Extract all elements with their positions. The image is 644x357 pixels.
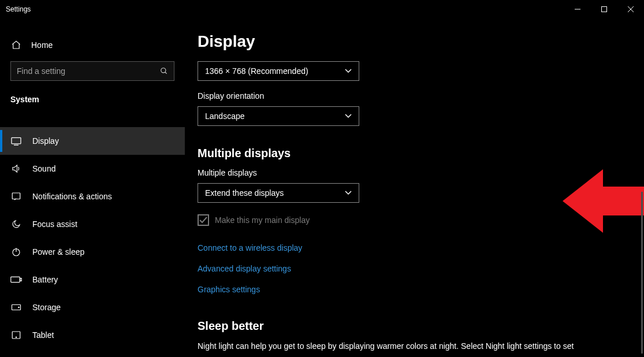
sidebar-nav: Display Sound Notifications & actions Fo…: [0, 127, 185, 357]
sidebar-item-tablet[interactable]: Tablet: [0, 321, 185, 349]
tablet-icon: [10, 329, 22, 341]
multiple-displays-heading: Multiple displays: [198, 147, 644, 160]
display-icon: [10, 135, 22, 147]
scrollbar[interactable]: [641, 192, 643, 354]
sleep-better-desc: Night light can help you get to sleep by…: [198, 341, 613, 352]
checkbox-icon: [198, 214, 209, 226]
search-icon: [160, 67, 168, 75]
sidebar-item-focus-assist[interactable]: Focus assist: [0, 210, 185, 238]
sidebar-item-label: Battery: [32, 275, 58, 284]
minimize-button[interactable]: [564, 0, 591, 18]
orientation-dropdown[interactable]: Landscape: [198, 106, 359, 126]
sidebar-item-notifications[interactable]: Notifications & actions: [0, 183, 185, 210]
svg-rect-6: [12, 137, 21, 143]
sidebar-item-label: Tablet: [32, 330, 54, 340]
sleep-better-heading: Sleep better: [198, 319, 644, 333]
minimize-icon: [575, 6, 580, 12]
sidebar-item-label: Power & sleep: [32, 247, 84, 256]
sidebar: Home System Display Sound: [0, 18, 185, 357]
svg-marker-20: [563, 169, 644, 233]
sidebar-item-label: Notifications & actions: [32, 192, 112, 201]
close-button[interactable]: [617, 0, 644, 18]
svg-point-14: [18, 307, 20, 308]
power-icon: [10, 246, 22, 258]
link-graphics-settings[interactable]: Graphics settings: [198, 285, 644, 294]
battery-icon: [10, 274, 22, 285]
svg-line-5: [165, 72, 167, 74]
sidebar-item-label: Sound: [32, 164, 55, 173]
page-title: Display: [198, 32, 644, 51]
svg-rect-1: [602, 7, 607, 12]
sidebar-item-multitasking[interactable]: Multitasking: [0, 349, 185, 357]
chevron-down-icon: [345, 69, 352, 73]
chevron-down-icon: [345, 191, 352, 195]
sidebar-item-label: Display: [32, 136, 59, 146]
svg-rect-12: [20, 278, 21, 281]
sidebar-item-battery[interactable]: Battery: [0, 266, 185, 293]
link-wireless-display[interactable]: Connect to a wireless display: [198, 243, 644, 252]
svg-point-4: [161, 68, 166, 73]
home-icon: [10, 39, 22, 51]
home-nav[interactable]: Home: [10, 32, 174, 58]
resolution-value: 1366 × 768 (Recommended): [205, 66, 308, 76]
sidebar-item-sound[interactable]: Sound: [0, 155, 185, 183]
search-field[interactable]: [17, 66, 160, 76]
resolution-dropdown[interactable]: 1366 × 768 (Recommended): [198, 61, 359, 81]
multiple-displays-dropdown[interactable]: Extend these displays: [198, 183, 359, 203]
search-input[interactable]: [10, 61, 174, 81]
orientation-value: Landscape: [205, 111, 245, 121]
orientation-label: Display orientation: [198, 91, 644, 101]
multiple-displays-value: Extend these displays: [205, 188, 284, 198]
notifications-icon: [10, 191, 22, 202]
main-content: Display 1366 × 768 (Recommended) Display…: [185, 18, 644, 357]
chevron-down-icon: [345, 114, 352, 118]
maximize-button[interactable]: [591, 0, 617, 18]
maximize-icon: [601, 6, 607, 12]
svg-point-16: [16, 337, 16, 337]
window-controls: [564, 0, 644, 18]
sidebar-item-storage[interactable]: Storage: [0, 293, 185, 321]
sidebar-item-power-sleep[interactable]: Power & sleep: [0, 238, 185, 266]
titlebar: Settings: [0, 0, 644, 18]
close-icon: [628, 6, 634, 12]
category-label: System: [10, 95, 174, 104]
home-label: Home: [31, 40, 53, 50]
focus-assist-icon: [10, 218, 22, 230]
link-advanced-display[interactable]: Advanced display settings: [198, 264, 644, 273]
sidebar-item-label: Storage: [32, 303, 61, 312]
sound-icon: [10, 163, 22, 174]
sidebar-item-display[interactable]: Display: [0, 127, 185, 155]
main-display-checkbox-label: Make this my main display: [215, 215, 310, 225]
sidebar-item-label: Focus assist: [32, 220, 77, 229]
storage-icon: [10, 302, 22, 313]
annotation-arrow-icon: [563, 166, 644, 236]
window-title: Settings: [6, 5, 31, 13]
svg-rect-11: [11, 277, 20, 282]
svg-rect-8: [12, 193, 20, 199]
